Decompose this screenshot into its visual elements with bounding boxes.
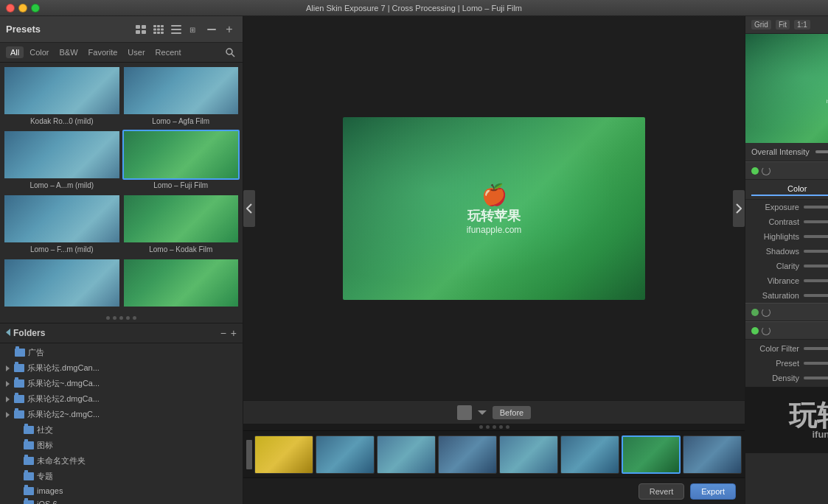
filmstrip-thumb[interactable] [254, 435, 313, 474]
contrast-slider[interactable] [804, 220, 828, 223]
filmstrip-thumb[interactable] [377, 435, 436, 474]
tab-recent[interactable]: Recent [151, 46, 186, 58]
compare-mode-square[interactable] [457, 405, 472, 420]
tab-favorite[interactable]: Favorite [84, 46, 122, 58]
folder-item[interactable]: iOS 6 [0, 497, 243, 504]
canvas-nav-right[interactable] [733, 190, 745, 227]
preset-item[interactable]: Kodak Ro...0 (mild) [3, 66, 121, 128]
folders-collapse-icon[interactable] [6, 329, 10, 336]
minimize-button[interactable] [18, 4, 27, 13]
thumb-image [683, 436, 741, 473]
vibrance-slider[interactable] [804, 279, 828, 282]
filmstrip-thumb[interactable] [499, 435, 558, 474]
list-view-icon[interactable] [169, 24, 184, 35]
watermark-sub: ifunapple.com [467, 224, 522, 234]
folder-item[interactable]: 专题 [0, 469, 243, 484]
folder-item[interactable]: 社交 [0, 422, 243, 438]
dot [479, 425, 483, 429]
preset-item[interactable]: Lomo – Kodak Film [122, 194, 240, 256]
color-enable-dot[interactable] [751, 327, 759, 335]
window-controls[interactable] [6, 4, 40, 13]
filmstrip-thumb-active[interactable] [622, 435, 681, 474]
section-reset-icon[interactable] [762, 167, 770, 175]
intensity-slider[interactable] [815, 150, 828, 153]
sort-icon[interactable]: ⊞ [187, 24, 201, 35]
highlights-label: Highlights [751, 232, 799, 241]
folder-expand-icon [6, 381, 10, 387]
basic-tabs: Color Black & White [745, 180, 828, 200]
folder-expand-icon [6, 412, 10, 418]
remove-folder-button[interactable]: − [220, 328, 226, 338]
color-reset-icon[interactable] [762, 326, 770, 335]
section-enable-dot[interactable] [751, 167, 759, 175]
preset-label: Kodak Ro...0 (mild) [3, 116, 121, 128]
tab-bw[interactable]: B&W [55, 46, 83, 58]
tab-color[interactable]: Color [25, 46, 53, 58]
maximize-button[interactable] [31, 4, 40, 13]
filmstrip-thumb[interactable] [316, 435, 375, 474]
folder-item[interactable]: 乐果论坛.dmgCan... [0, 360, 243, 376]
navigator-header: Grid Fit 1:1 Navigator ▼ [745, 16, 828, 34]
density-slider[interactable] [804, 377, 828, 379]
grid-view-button[interactable]: Grid [751, 20, 771, 29]
preset-item-selected[interactable]: Lomo – Fuji Film [122, 130, 240, 192]
collapse-icon[interactable] [204, 24, 219, 35]
presets-grid: Kodak Ro...0 (mild) Lomo – Agfa Film Lom… [0, 63, 243, 313]
actual-size-button[interactable]: 1:1 [794, 20, 810, 29]
folder-item[interactable]: 乐果论坛2~.dmgC... [0, 407, 243, 422]
filmstrip-thumb[interactable] [560, 435, 619, 474]
grid-large-icon[interactable] [133, 24, 148, 35]
color-section-title: Color [775, 325, 828, 336]
folder-item[interactable]: 乐果论坛~.dmgCa... [0, 376, 243, 391]
close-button[interactable] [6, 4, 15, 13]
shadows-slider[interactable] [804, 250, 828, 253]
folder-actions: − + [220, 328, 237, 338]
preset-item[interactable]: Lomo – F...m (mild) [3, 194, 121, 256]
highlights-slider[interactable] [804, 235, 828, 238]
watermark-logo: 🍎 [467, 182, 522, 206]
crop-enable-dot[interactable] [751, 309, 759, 316]
clarity-label: Clarity [751, 262, 799, 270]
filmstrip [243, 430, 745, 477]
saturation-slider[interactable] [804, 294, 828, 297]
grid-small-icon[interactable] [151, 24, 166, 35]
add-preset-button[interactable]: + [222, 24, 237, 35]
filmstrip-thumb[interactable] [438, 435, 497, 474]
before-button[interactable]: Before [493, 406, 531, 419]
folder-item[interactable]: 广告 [0, 345, 243, 360]
svg-rect-6 [161, 25, 164, 27]
export-button[interactable]: Export [690, 483, 736, 500]
preset-item[interactable] [3, 258, 121, 312]
folders-title: Folders [13, 328, 218, 338]
preset-slider[interactable] [804, 362, 828, 365]
compare-mode-dropdown[interactable] [478, 410, 487, 415]
tab-all[interactable]: All [6, 46, 24, 58]
titlebar: Alien Skin Exposure 7 | Cross Processing… [0, 0, 828, 16]
folder-name: iOS 6 [37, 500, 58, 504]
preset-item[interactable]: Lomo – A...m (mild) [3, 130, 121, 192]
folder-item[interactable]: 乐果论坛2.dmgCa... [0, 391, 243, 407]
folder-icon [24, 426, 34, 434]
revert-button[interactable]: Revert [639, 483, 684, 500]
filmstrip-thumb[interactable] [683, 435, 742, 474]
color-filter-slider[interactable] [804, 347, 828, 350]
add-folder-button[interactable]: + [231, 328, 237, 338]
shadows-label: Shadows [751, 247, 799, 256]
canvas-nav-left[interactable] [243, 190, 255, 227]
crop-reset-icon[interactable] [762, 308, 770, 317]
folder-item[interactable]: images [0, 484, 243, 497]
preset-item[interactable]: Lomo – Agfa Film [122, 66, 240, 128]
preset-item[interactable] [122, 258, 240, 312]
tab-user[interactable]: User [123, 46, 149, 58]
folder-item[interactable]: 图标 [0, 438, 243, 453]
overlay-watermark-url: ifunapple.com [789, 430, 829, 439]
saturation-row: Saturation 0 [745, 288, 828, 303]
search-presets-icon[interactable] [223, 46, 237, 59]
exposure-slider[interactable] [804, 206, 828, 209]
folder-item[interactable]: 未命名文件夹 [0, 453, 243, 469]
fit-view-button[interactable]: Fit [776, 20, 790, 29]
watermark-overlay: 玩转苹果 ifunapple.com [745, 387, 828, 453]
clarity-slider[interactable] [804, 265, 828, 267]
basic-tab-color[interactable]: Color [751, 183, 828, 196]
dot [506, 425, 509, 429]
